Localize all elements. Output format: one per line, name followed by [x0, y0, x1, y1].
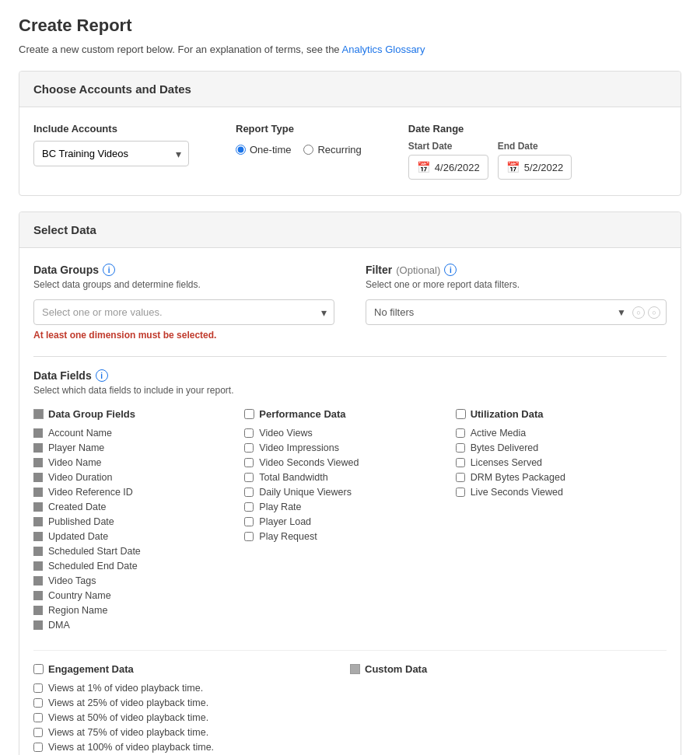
field-checkbox[interactable]	[456, 443, 465, 453]
filter-sublabel: Select one or more report data filters.	[366, 279, 667, 290]
filter-select-wrapper: No filters ▼ ○ ○	[366, 299, 667, 325]
field-checkbox[interactable]	[33, 443, 43, 453]
field-checkbox[interactable]	[33, 743, 43, 752]
field-checkbox[interactable]	[33, 576, 43, 585]
intro-text: Create a new custom report below. For an…	[19, 44, 681, 55]
list-item: Published Date	[33, 516, 236, 527]
data-group-fields-col: Data Group Fields Account Name Player Na…	[33, 408, 244, 634]
field-checkbox[interactable]	[33, 428, 43, 438]
filter-select[interactable]: No filters	[366, 299, 667, 325]
field-checkbox[interactable]	[244, 502, 254, 512]
list-item: Live Seconds Viewed	[456, 487, 659, 498]
performance-data-checkbox[interactable]	[244, 409, 254, 419]
field-checkbox[interactable]	[456, 428, 465, 438]
data-groups-error: At least one dimension must be selected.	[33, 330, 334, 341]
analytics-glossary-link[interactable]: Analytics Glossary	[342, 44, 425, 55]
list-item: Account Name	[33, 428, 236, 439]
field-checkbox[interactable]	[33, 473, 43, 482]
list-item: Player Name	[33, 442, 236, 453]
data-fields-sublabel: Select which data fields to include in y…	[33, 385, 667, 396]
filter-info-icon[interactable]: i	[444, 264, 457, 276]
list-item: Total Bandwidth	[244, 472, 447, 483]
list-item: Active Media	[456, 428, 659, 439]
field-checkbox[interactable]	[33, 561, 43, 571]
field-checkbox[interactable]	[33, 591, 43, 600]
field-checkbox[interactable]	[33, 698, 43, 708]
data-groups-info-icon[interactable]: i	[103, 264, 115, 276]
calendar-icon-start: 📅	[417, 161, 430, 173]
utilization-data-checkbox[interactable]	[456, 409, 466, 419]
end-date-input[interactable]: 📅 5/2/2022	[498, 155, 572, 180]
data-groups-row: Data Groups i Select data groups and det…	[33, 264, 667, 341]
accounts-row: Include Accounts BC Training Videos Repo…	[33, 123, 667, 180]
field-checkbox[interactable]	[33, 683, 43, 693]
fields-grid: Data Group Fields Account Name Player Na…	[33, 408, 667, 634]
custom-data-header: Custom Data	[350, 663, 659, 675]
field-checkbox[interactable]	[244, 488, 254, 497]
field-checkbox[interactable]	[33, 458, 43, 467]
field-checkbox[interactable]	[456, 488, 465, 497]
list-item: Player Load	[244, 516, 447, 527]
list-item: Views at 75% of video playback time.	[33, 727, 342, 738]
field-checkbox[interactable]	[244, 428, 254, 438]
include-accounts-group: Include Accounts BC Training Videos	[33, 123, 189, 166]
field-checkbox[interactable]	[33, 713, 43, 722]
list-item: Video Tags	[33, 575, 236, 586]
field-checkbox[interactable]	[33, 606, 43, 615]
list-item: Play Rate	[244, 502, 447, 512]
list-item: Updated Date	[33, 531, 236, 542]
field-checkbox[interactable]	[244, 443, 254, 453]
list-item: Views at 1% of video playback time.	[33, 683, 342, 694]
radio-recurring[interactable]: Recurring	[303, 144, 361, 156]
custom-data-col: Custom Data	[350, 663, 667, 755]
field-checkbox[interactable]	[33, 547, 43, 556]
custom-data-checkbox[interactable]	[350, 664, 360, 674]
data-group-fields-header: Data Group Fields	[33, 408, 236, 420]
field-checkbox[interactable]	[33, 532, 43, 541]
list-item: Bytes Delivered	[456, 442, 659, 453]
field-checkbox[interactable]	[33, 502, 43, 512]
list-item: Country Name	[33, 590, 236, 601]
start-date-input[interactable]: 📅 4/26/2022	[408, 155, 488, 180]
field-checkbox[interactable]	[456, 473, 465, 482]
data-groups-label: Data Groups i	[33, 264, 334, 276]
field-checkbox[interactable]	[33, 517, 43, 526]
list-item: Scheduled Start Date	[33, 546, 236, 557]
start-date-value: 4/26/2022	[435, 162, 480, 173]
accounts-dates-header: Choose Accounts and Dates	[19, 72, 681, 107]
filter-optional-label: (Optional)	[396, 264, 440, 276]
list-item: Licenses Served	[456, 457, 659, 468]
performance-data-header: Performance Data	[244, 408, 447, 420]
field-checkbox[interactable]	[244, 458, 254, 467]
field-checkbox[interactable]	[456, 458, 465, 467]
list-item: Video Impressions	[244, 442, 447, 453]
utilization-data-col: Utilization Data Active Media Bytes Deli…	[456, 408, 667, 634]
page-title: Create Report	[19, 16, 681, 36]
field-checkbox[interactable]	[33, 728, 43, 737]
bottom-fields: Engagement Data Views at 1% of video pla…	[33, 650, 667, 755]
report-type-radio-group: One-time Recurring	[236, 144, 362, 156]
data-fields-section: Data Fields i Select which data fields t…	[33, 356, 667, 755]
start-date-label: Start Date	[408, 141, 488, 152]
data-fields-info-icon[interactable]: i	[96, 369, 108, 382]
data-groups-col: Data Groups i Select data groups and det…	[33, 264, 334, 341]
field-checkbox[interactable]	[33, 620, 43, 630]
field-checkbox[interactable]	[33, 488, 43, 497]
list-item: Video Reference ID	[33, 487, 236, 498]
data-group-fields-checkbox[interactable]	[33, 409, 44, 419]
field-checkbox[interactable]	[244, 532, 254, 541]
filter-add-btn[interactable]: ○	[648, 306, 660, 319]
data-groups-select[interactable]: Select one or more values.	[33, 299, 334, 325]
include-accounts-label: Include Accounts	[33, 123, 189, 135]
field-checkbox[interactable]	[244, 517, 254, 526]
include-accounts-select[interactable]: BC Training Videos	[33, 141, 189, 166]
filter-clear-btn[interactable]: ○	[632, 306, 645, 319]
utilization-data-header: Utilization Data	[456, 408, 659, 420]
end-date-field: End Date 📅 5/2/2022	[498, 141, 572, 180]
filter-label: Filter (Optional) i	[366, 264, 667, 276]
select-data-section: Select Data Data Groups i Select data gr…	[19, 211, 681, 755]
radio-one-time[interactable]: One-time	[236, 144, 291, 156]
list-item: Created Date	[33, 502, 236, 512]
engagement-data-checkbox[interactable]	[33, 664, 44, 674]
field-checkbox[interactable]	[244, 473, 254, 482]
